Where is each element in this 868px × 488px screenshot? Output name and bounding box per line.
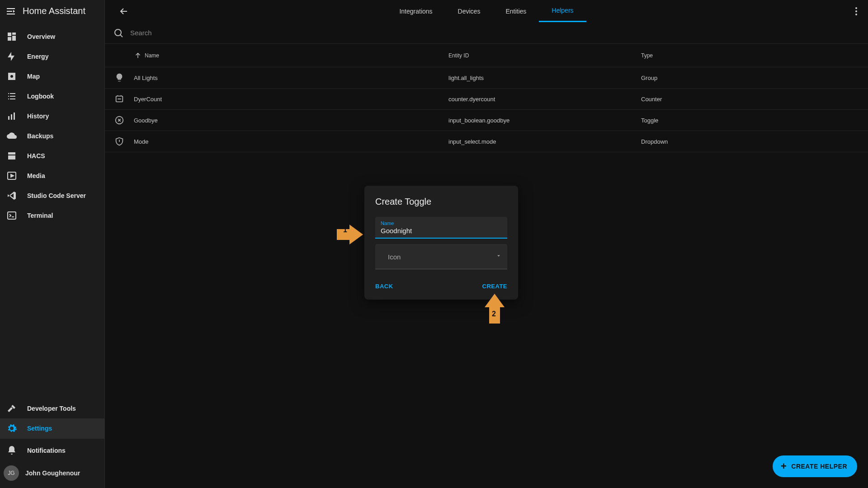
- create-toggle-dialog: Create Toggle Name Icon BACK CREATE: [364, 186, 518, 300]
- sidebar-user[interactable]: JG John Goughenour: [0, 462, 104, 484]
- sidebar-item-label: HACS: [27, 152, 45, 160]
- tab-helpers[interactable]: Helpers: [539, 0, 586, 22]
- svg-rect-6: [11, 114, 12, 120]
- row-name: Goodbye: [134, 117, 448, 124]
- sidebar-item-label: Media: [27, 172, 45, 179]
- sidebar-item-label: History: [27, 113, 49, 120]
- play-icon: [6, 170, 17, 181]
- svg-point-11: [855, 10, 857, 12]
- row-entity: counter.dyercount: [448, 96, 641, 103]
- svg-rect-5: [8, 116, 9, 120]
- gear-icon: [6, 423, 17, 434]
- name-field[interactable]: Name: [375, 217, 507, 239]
- tab-devices[interactable]: Devices: [445, 0, 493, 22]
- sidebar-item-history[interactable]: History: [0, 106, 104, 126]
- row-type: Dropdown: [641, 138, 868, 145]
- sidebar-item-label: Map: [27, 73, 40, 80]
- table-row[interactable]: All Lights light.all_lights Group: [105, 67, 868, 89]
- terminal-icon: [6, 210, 17, 221]
- sidebar-item-studio[interactable]: Studio Code Server: [0, 186, 104, 206]
- sidebar-item-label: Backups: [27, 132, 53, 140]
- svg-rect-1: [12, 33, 16, 35]
- svg-point-10: [855, 7, 857, 9]
- svg-point-12: [855, 14, 857, 15]
- sidebar-item-label: Notifications: [27, 447, 66, 454]
- name-input[interactable]: [381, 226, 502, 235]
- annotation-arrow-1: 1: [332, 225, 363, 244]
- topbar: Integrations Devices Entities Helpers: [105, 0, 868, 22]
- row-type: Toggle: [641, 117, 868, 124]
- sidebar-item-label: Studio Code Server: [27, 192, 86, 199]
- close-circle-icon: [114, 115, 124, 125]
- table-row[interactable]: Goodbye input_boolean.goodbye Toggle: [105, 110, 868, 131]
- svg-rect-7: [14, 113, 15, 120]
- cloud-icon: [6, 131, 17, 141]
- column-type[interactable]: Type: [641, 52, 868, 59]
- tab-entities[interactable]: Entities: [493, 0, 539, 22]
- annotation-number: 2: [492, 310, 496, 318]
- energy-icon: [6, 51, 17, 62]
- lightbulb-icon: [114, 73, 124, 83]
- plus-icon: +: [781, 461, 787, 471]
- avatar: JG: [4, 465, 19, 481]
- row-entity: input_boolean.goodbye: [448, 117, 641, 124]
- search-icon: [113, 28, 124, 38]
- dialog-title: Create Toggle: [364, 197, 518, 217]
- map-icon: [6, 71, 17, 82]
- table-header: Name Entity ID Type: [105, 44, 868, 67]
- icon-field-label: Icon: [388, 253, 401, 261]
- svg-point-13: [115, 29, 121, 36]
- sidebar: Home Assistant Overview Energy Map Logbo…: [0, 0, 105, 488]
- dialog-back-button[interactable]: BACK: [375, 283, 393, 290]
- bell-icon: [6, 445, 17, 456]
- sidebar-item-label: Overview: [27, 33, 55, 40]
- row-name: Mode: [134, 138, 448, 145]
- sidebar-item-terminal[interactable]: Terminal: [0, 206, 104, 225]
- row-entity: input_select.mode: [448, 138, 641, 145]
- sidebar-item-energy[interactable]: Energy: [0, 47, 104, 66]
- sidebar-item-label: Energy: [27, 53, 48, 60]
- hammer-icon: [6, 403, 17, 414]
- app-title: Home Assistant: [23, 6, 85, 16]
- sidebar-item-logbook[interactable]: Logbook: [0, 86, 104, 106]
- user-name: John Goughenour: [25, 469, 80, 477]
- sidebar-item-label: Settings: [27, 425, 52, 432]
- sidebar-item-overview[interactable]: Overview: [0, 27, 104, 47]
- chart-icon: [6, 111, 17, 122]
- dialog-create-button[interactable]: CREATE: [482, 283, 507, 290]
- kebab-menu-icon[interactable]: [851, 6, 862, 17]
- sort-arrow-up-icon: [134, 52, 142, 60]
- annotation-arrow-2: 2: [485, 294, 505, 324]
- create-helper-fab[interactable]: + CREATE HELPER: [773, 455, 857, 477]
- sidebar-item-label: Terminal: [27, 212, 53, 219]
- tab-integrations[interactable]: Integrations: [387, 0, 445, 22]
- column-name[interactable]: Name: [134, 52, 448, 60]
- shield-icon: [114, 136, 124, 146]
- row-type: Counter: [641, 96, 868, 103]
- menu-icon[interactable]: [5, 6, 16, 17]
- column-entity[interactable]: Entity ID: [448, 52, 641, 59]
- row-name: All Lights: [134, 75, 448, 81]
- table-row[interactable]: Mode input_select.mode Dropdown: [105, 131, 868, 152]
- svg-point-4: [10, 75, 13, 78]
- sidebar-item-devtools[interactable]: Developer Tools: [0, 399, 104, 418]
- row-name: DyerCount: [134, 96, 448, 103]
- sidebar-item-media[interactable]: Media: [0, 166, 104, 186]
- sidebar-item-settings[interactable]: Settings: [0, 418, 104, 438]
- column-name-label: Name: [145, 52, 159, 59]
- sidebar-item-hacs[interactable]: HACS: [0, 146, 104, 166]
- svg-rect-3: [8, 37, 11, 41]
- sidebar-items: Overview Energy Map Logbook History Back…: [0, 22, 104, 438]
- icon-select[interactable]: Icon: [375, 244, 507, 269]
- annotation-number: 1: [343, 226, 347, 234]
- search-input[interactable]: [130, 29, 868, 37]
- chevron-down-icon: [495, 253, 502, 261]
- search-bar: [105, 22, 868, 44]
- list-icon: [6, 91, 17, 102]
- table-row[interactable]: DyerCount counter.dyercount Counter: [105, 89, 868, 110]
- sidebar-item-notifications[interactable]: Notifications: [0, 438, 104, 462]
- fab-label: CREATE HELPER: [791, 463, 847, 470]
- sidebar-item-label: Logbook: [27, 93, 54, 100]
- sidebar-item-backups[interactable]: Backups: [0, 126, 104, 146]
- sidebar-item-map[interactable]: Map: [0, 66, 104, 86]
